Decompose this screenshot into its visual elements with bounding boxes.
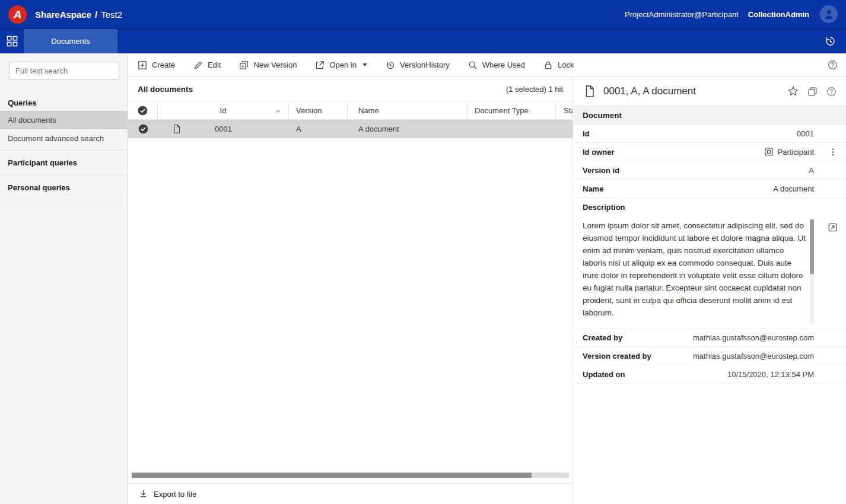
check-circle-icon (138, 124, 148, 134)
row-cell-version: A (289, 120, 348, 138)
create-icon (138, 60, 147, 70)
create-button[interactable]: Create (138, 60, 175, 70)
field-row-version-created-by: Version created by mathias.gustafsson@eu… (574, 347, 846, 365)
row-cell-document-type (468, 120, 556, 138)
column-header-state[interactable]: Sta (556, 102, 573, 119)
download-icon (139, 489, 148, 499)
details-panel: 0001, A, A document (574, 77, 846, 504)
section-header-document: Document (574, 106, 846, 125)
column-header-document-type[interactable]: Document Type (468, 102, 556, 119)
org-icon (764, 147, 774, 157)
document-list: All documents (1 selected) 1 hit Id Vers (128, 77, 573, 504)
field-row-description-label: Description (574, 198, 846, 216)
document-icon (584, 85, 596, 98)
check-circle-icon (138, 106, 148, 116)
field-row-id-owner: Id owner Participant (574, 143, 846, 161)
selection-summary: (1 selected) 1 hit (506, 85, 563, 94)
scrollbar-thumb[interactable] (132, 473, 532, 478)
export-to-file-button[interactable]: Export to file (128, 483, 573, 504)
grid-icon[interactable] (0, 29, 24, 53)
row-cell-id: 0001 (158, 120, 289, 138)
row-cell-state (556, 120, 573, 138)
sort-asc-icon[interactable] (275, 107, 281, 116)
search-input[interactable] (9, 62, 119, 79)
row-checkbox[interactable] (128, 120, 158, 138)
workspace-name: Test2 (101, 9, 122, 20)
field-row-updated-on: Updated on 10/15/2020, 12:13:54 PM (574, 365, 846, 384)
document-icon (172, 124, 182, 136)
sidebar-group-participant-queries[interactable]: Participant queries (0, 151, 128, 176)
select-all-checkbox[interactable] (128, 102, 158, 119)
description-text[interactable]: Lorem ipsum dolor sit amet, consectetur … (583, 219, 809, 325)
star-icon[interactable] (788, 86, 799, 97)
column-header-id[interactable]: Id (158, 102, 289, 119)
new-version-button[interactable]: New Version (239, 60, 297, 70)
description-block: Lorem ipsum dolor sit amet, consectetur … (574, 216, 846, 328)
field-row-name: Name A document (574, 180, 846, 198)
brand-name: ShareAspace (35, 9, 91, 20)
column-header-version[interactable]: Version (289, 102, 348, 119)
horizontal-scrollbar[interactable] (132, 473, 569, 478)
field-row-version-id: Version id A (574, 161, 846, 180)
sidebar-group-personal-queries[interactable]: Personal queries (0, 176, 128, 200)
avatar-icon[interactable] (820, 5, 838, 23)
sidebar-item-all-documents[interactable]: All documents (0, 111, 128, 129)
panel-help-icon[interactable] (826, 87, 837, 97)
open-in-icon (315, 60, 325, 70)
version-history-icon (386, 60, 395, 70)
list-title: All documents (138, 85, 193, 94)
sidebar-item-advanced-search[interactable]: Document advanced search (0, 129, 128, 151)
table-row[interactable]: 0001 A A document (128, 120, 573, 138)
description-scrollbar-thumb[interactable] (810, 219, 814, 274)
topbar-right: ProjectAdministrator@Participant Collect… (625, 5, 838, 23)
nav-bar: Documents (0, 28, 846, 53)
lock-icon (543, 60, 553, 70)
table-header: Id Version Name Document Type Sta (128, 102, 573, 120)
current-role[interactable]: CollectionAdmin (748, 10, 809, 19)
field-row-created-by: Created by mathias.gustafsson@eurostep.c… (574, 328, 846, 347)
current-user: ProjectAdministrator@Participant (625, 10, 739, 19)
queries-header: Queries (0, 95, 128, 111)
breadcrumb-separator: / (95, 9, 97, 20)
caret-down-icon (362, 63, 367, 66)
breadcrumb: ShareAspace / Test2 (35, 9, 122, 20)
lock-button[interactable]: Lock (543, 60, 574, 70)
toolbar-help-icon[interactable] (828, 60, 838, 70)
toolbar: Create Edit New Version Open in (128, 53, 846, 77)
edit-icon (193, 60, 203, 70)
open-in-button[interactable]: Open in (315, 60, 367, 70)
expand-icon[interactable] (828, 222, 838, 232)
logo-a-icon: A (8, 5, 27, 24)
where-used-button[interactable]: Where Used (468, 60, 525, 70)
row-cell-name: A document (348, 120, 468, 138)
kebab-icon[interactable] (828, 147, 838, 160)
sidebar: Queries All documents Document advanced … (0, 53, 128, 504)
description-scrollbar[interactable] (810, 219, 814, 324)
edit-button[interactable]: Edit (193, 60, 221, 70)
version-history-button[interactable]: VersionHistory (386, 60, 450, 70)
new-version-icon (239, 60, 249, 70)
list-title-row: All documents (1 selected) 1 hit (128, 77, 573, 102)
history-icon[interactable] (814, 29, 846, 53)
where-used-icon (468, 60, 478, 70)
copy-icon[interactable] (807, 87, 818, 97)
panel-title: 0001, A, A document (603, 85, 696, 97)
app-window: A ShareAspace / Test2 ProjectAdministrat… (0, 0, 846, 504)
panel-header: 0001, A, A document (574, 77, 846, 106)
column-header-name[interactable]: Name (348, 102, 468, 119)
field-row-id: Id 0001 (574, 125, 846, 143)
tab-documents[interactable]: Documents (24, 29, 117, 53)
top-bar: A ShareAspace / Test2 ProjectAdministrat… (0, 0, 846, 28)
